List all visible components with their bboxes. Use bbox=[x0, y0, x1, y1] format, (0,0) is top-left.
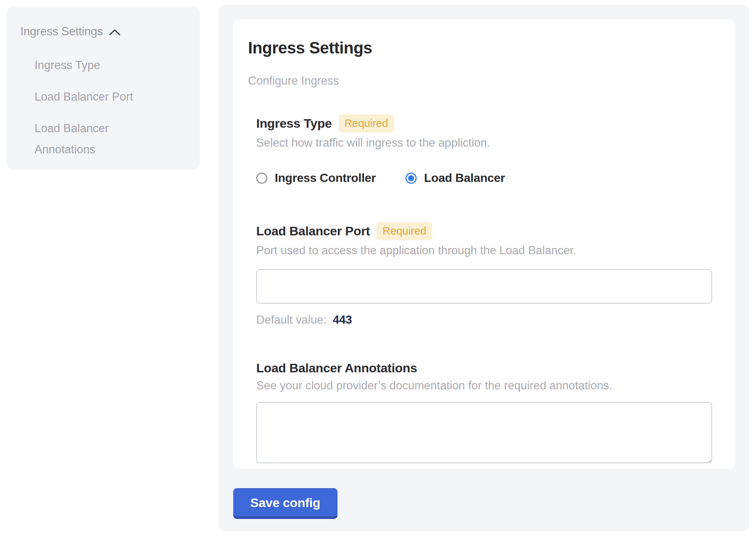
load-balancer-port-description: Port used to access the application thro… bbox=[256, 244, 712, 257]
sidebar-nav: Ingress Type Load Balancer Port Load Bal… bbox=[35, 55, 186, 160]
load-balancer-annotations-textarea[interactable] bbox=[256, 402, 712, 463]
sidebar-section-ingress-settings[interactable]: Ingress Settings bbox=[20, 25, 186, 38]
ingress-type-label: Ingress Type bbox=[256, 116, 332, 131]
sidebar-item-ingress-type[interactable]: Ingress Type bbox=[35, 55, 157, 76]
radio-option-load-balancer[interactable]: Load Balancer bbox=[405, 171, 505, 185]
chevron-up-icon bbox=[109, 27, 121, 36]
required-badge: Required bbox=[377, 222, 432, 240]
radio-option-label: Ingress Controller bbox=[275, 171, 376, 185]
radio-option-label: Load Balancer bbox=[424, 171, 505, 185]
page-subtitle: Configure Ingress bbox=[248, 74, 720, 88]
radio-option-ingress-controller[interactable]: Ingress Controller bbox=[256, 171, 376, 185]
load-balancer-port-input[interactable] bbox=[256, 269, 712, 304]
load-balancer-annotations-section: Load Balancer Annotations See your cloud… bbox=[256, 361, 712, 463]
settings-sidebar: Ingress Settings Ingress Type Load Balan… bbox=[6, 6, 200, 170]
radio-button-icon[interactable] bbox=[405, 173, 417, 184]
settings-main-panel: Ingress Settings Configure Ingress Ingre… bbox=[218, 5, 749, 532]
load-balancer-annotations-label: Load Balancer Annotations bbox=[256, 361, 417, 375]
ingress-type-description: Select how traffic will ingress to the a… bbox=[256, 136, 712, 150]
sidebar-item-load-balancer-annotations[interactable]: Load Balancer Annotations bbox=[35, 118, 157, 160]
default-value: 443 bbox=[333, 313, 352, 326]
required-badge: Required bbox=[339, 114, 394, 133]
load-balancer-annotations-description: See your cloud provider’s documentation … bbox=[256, 379, 712, 392]
ingress-type-radio-group: Ingress Controller Load Balancer bbox=[256, 171, 712, 185]
load-balancer-port-label: Load Balancer Port bbox=[256, 224, 370, 238]
radio-button-icon[interactable] bbox=[256, 173, 267, 184]
sidebar-item-load-balancer-port[interactable]: Load Balancer Port bbox=[35, 86, 157, 107]
load-balancer-port-section: Load Balancer Port Required Port used to… bbox=[256, 222, 712, 327]
ingress-type-section: Ingress Type Required Select how traffic… bbox=[256, 114, 712, 185]
save-config-button[interactable]: Save config bbox=[233, 488, 338, 519]
sidebar-section-label: Ingress Settings bbox=[20, 25, 103, 38]
default-value-row: Default value: 443 bbox=[256, 313, 712, 327]
default-value-label: Default value: bbox=[256, 313, 327, 326]
page-title: Ingress Settings bbox=[248, 39, 720, 57]
ingress-settings-card: Ingress Settings Configure Ingress Ingre… bbox=[233, 19, 735, 469]
